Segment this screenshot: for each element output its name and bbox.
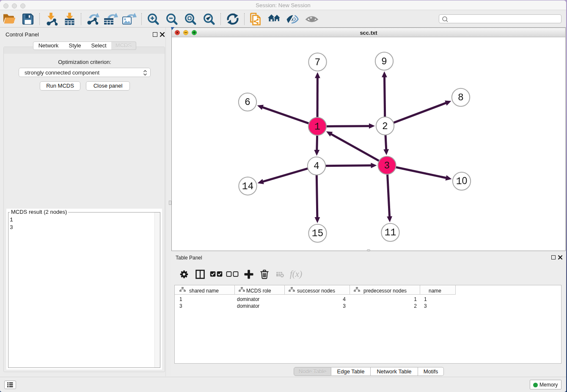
svg-text:2: 2 (382, 121, 388, 132)
svg-text:10: 10 (456, 175, 468, 187)
svg-text:7: 7 (315, 57, 321, 68)
svg-text:9: 9 (381, 56, 387, 67)
svg-text:4: 4 (314, 161, 319, 172)
svg-text:6: 6 (245, 97, 250, 108)
svg-text:3: 3 (384, 160, 390, 171)
svg-text:15: 15 (312, 228, 324, 239)
svg-text:11: 11 (385, 227, 396, 238)
svg-text:14: 14 (242, 181, 254, 192)
svg-text:8: 8 (458, 92, 464, 103)
svg-text:1: 1 (314, 121, 320, 133)
svg-text:f(x): f(x) (290, 270, 302, 279)
